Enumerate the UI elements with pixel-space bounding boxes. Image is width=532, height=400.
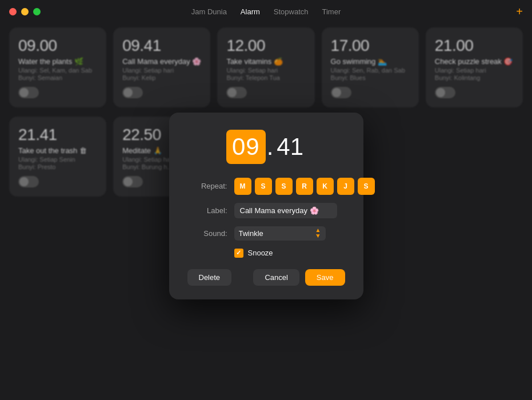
alarm-label-4: Check puzzle streak 🎯 [435, 57, 514, 66]
modal-buttons: Delete Cancel Save [187, 269, 345, 286]
day-buttons: M S S R K J S [234, 178, 375, 195]
alarm-time-1: 09.41 [122, 37, 201, 55]
alarm-label-1: Call Mama everyday 🌸 [122, 57, 201, 66]
sound-field-label: Sound: [187, 229, 227, 238]
alarm-label-3: Go swimming 🏊 [331, 57, 410, 66]
alarm-toggle-0[interactable] [18, 87, 39, 98]
alarm-toggle-6[interactable] [122, 176, 143, 187]
alarm-label-0: Water the plants 🌿 [18, 57, 97, 66]
alarm-sound-2: Bunyi: Telepon Tua [226, 74, 305, 81]
alarm-card-0[interactable]: 09.00 Water the plants 🌿 Ulangi: Sel, Ka… [9, 27, 106, 107]
day-btn-0[interactable]: M [234, 178, 251, 195]
label-input[interactable] [234, 203, 337, 218]
time-hours[interactable]: 09 [226, 130, 266, 164]
tab-timer[interactable]: Timer [322, 7, 341, 16]
minimize-button[interactable] [21, 8, 29, 15]
alarm-repeat-5: Ulangi: Setiap Senin [18, 156, 97, 163]
alarm-edit-modal: 09 . 41 Repeat: M S S R K J S Label: Sou… [169, 113, 363, 299]
sound-row: Sound: Twinkle Blues Kelip Presto Kolint… [187, 226, 345, 241]
alarm-repeat-0: Ulangi: Sel, Kam, dan Sab [18, 67, 97, 74]
alarm-sound-0: Bunyi: Semaian [18, 74, 97, 81]
alarm-card-4[interactable]: 21.00 Check puzzle streak 🎯 Ulangi: Seti… [426, 27, 523, 107]
alarm-sound-3: Bunyi: Blues [331, 74, 410, 81]
alarm-toggle-1[interactable] [122, 87, 143, 98]
alarm-time-2: 12.00 [226, 37, 305, 55]
alarm-card-1[interactable]: 09.41 Call Mama everyday 🌸 Ulangi: Setia… [113, 27, 210, 107]
repeat-label: Repeat: [187, 182, 227, 190]
repeat-row: Repeat: M S S R K J S [187, 178, 345, 195]
alarm-time-0: 09.00 [18, 37, 97, 55]
modal-time-display: 09 . 41 [187, 130, 345, 164]
tab-jam-dunia[interactable]: Jam Dunia [191, 7, 227, 16]
snooze-checkbox[interactable] [234, 249, 243, 258]
alarm-toggle-4[interactable] [435, 87, 455, 98]
day-btn-6[interactable]: S [358, 178, 375, 195]
alarm-time-3: 17.00 [331, 37, 410, 55]
right-buttons: Cancel Save [253, 269, 345, 286]
label-row: Label: [187, 203, 345, 218]
alarm-time-5: 21.41 [18, 126, 97, 144]
alarm-toggle-2[interactable] [226, 87, 247, 98]
alarm-time-4: 21.00 [435, 37, 514, 55]
day-btn-2[interactable]: S [275, 178, 293, 195]
alarm-label-2: Take vitamins 🍊 [226, 57, 305, 66]
maximize-button[interactable] [33, 8, 41, 15]
delete-button[interactable]: Delete [187, 269, 232, 286]
alarm-sound-5: Bunyi: Presto [18, 163, 97, 170]
day-btn-4[interactable]: K [317, 178, 334, 195]
time-separator: . [266, 133, 275, 161]
day-btn-3[interactable]: R [296, 178, 313, 195]
day-btn-5[interactable]: J [337, 178, 354, 195]
snooze-label: Snooze [248, 249, 273, 257]
alarm-repeat-3: Ulangi: Sen, Rab, dan Sab [331, 67, 410, 74]
sound-select-wrap: Twinkle Blues Kelip Presto Kolintang Sem… [234, 226, 326, 241]
add-alarm-button[interactable]: + [516, 6, 523, 17]
time-minutes[interactable]: 41 [274, 130, 306, 164]
cancel-button[interactable]: Cancel [253, 269, 299, 286]
label-field-label: Label: [187, 206, 227, 215]
alarm-label-5: Take out the trash 🗑 [18, 146, 97, 155]
alarm-repeat-2: Ulangi: Setiap hari [226, 67, 305, 74]
close-button[interactable] [9, 8, 17, 15]
snooze-row: Snooze [234, 249, 345, 258]
alarm-card-2[interactable]: 12.00 Take vitamins 🍊 Ulangi: Setiap har… [217, 27, 314, 107]
title-bar: Jam Dunia Alarm Stopwatch Timer + [0, 0, 532, 23]
alarm-sound-1: Bunyi: Kelip [122, 74, 201, 81]
alarm-sound-4: Bunyi: Kolintang [435, 74, 514, 81]
traffic-lights [9, 8, 41, 15]
alarm-card-5[interactable]: 21.41 Take out the trash 🗑 Ulangi: Setia… [9, 117, 106, 197]
alarm-repeat-1: Ulangi: Setiap hari [122, 67, 201, 74]
alarm-toggle-3[interactable] [331, 87, 351, 98]
alarm-toggle-5[interactable] [18, 176, 39, 187]
alarm-repeat-4: Ulangi: Setiap hari [435, 67, 514, 74]
day-btn-1[interactable]: S [255, 178, 272, 195]
tab-stopwatch[interactable]: Stopwatch [274, 7, 309, 16]
save-button[interactable]: Save [305, 269, 345, 286]
alarm-card-3[interactable]: 17.00 Go swimming 🏊 Ulangi: Sen, Rab, da… [322, 27, 419, 107]
sound-select[interactable]: Twinkle Blues Kelip Presto Kolintang Sem… [234, 226, 326, 241]
alarm-grid-row1: 09.00 Water the plants 🌿 Ulangi: Sel, Ka… [0, 23, 532, 117]
alarm-card-9 [426, 117, 523, 197]
tab-alarm[interactable]: Alarm [241, 7, 260, 16]
nav-tabs: Jam Dunia Alarm Stopwatch Timer [191, 7, 341, 16]
